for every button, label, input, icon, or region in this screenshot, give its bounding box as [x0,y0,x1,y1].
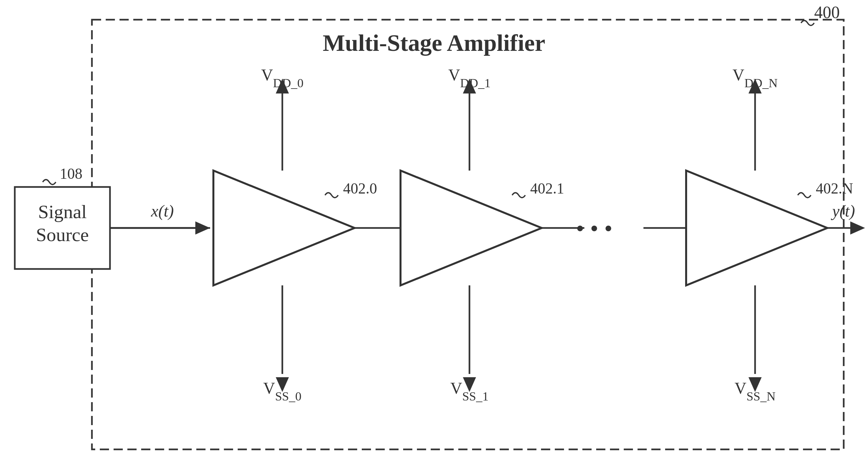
ellipsis-dots: • • • [576,215,613,241]
output-signal-label: y(t) [831,202,855,220]
amp1-label: 402.0 [343,180,377,197]
amp2-label: 402.1 [530,180,564,197]
ampN-label: 402.N [816,180,853,197]
diagram-container: 400 Multi-Stage Amplifier Signal Source … [0,0,868,473]
ref-108: 108 [60,165,83,182]
ref-400: 400 [814,3,840,22]
diagram-title: Multi-Stage Amplifier [323,30,545,56]
input-signal-label: x(t) [151,202,174,220]
signal-source-label-2: Source [36,224,89,245]
signal-source-label-1: Signal [38,201,87,223]
